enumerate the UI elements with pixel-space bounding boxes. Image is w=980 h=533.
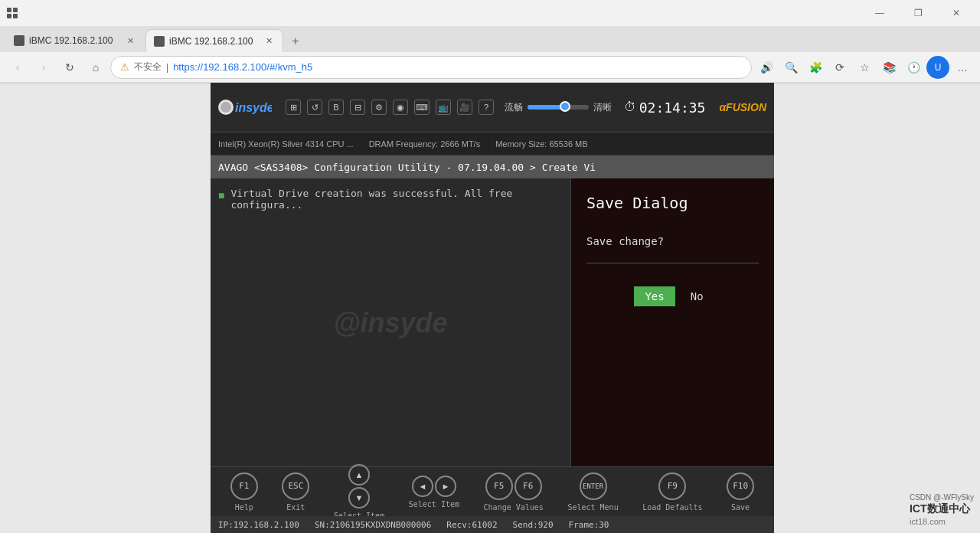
fn-key-arrows-lr-label: Select Item bbox=[409, 500, 459, 508]
fn-key-f1-label: Help bbox=[235, 503, 253, 512]
fn-key-f1[interactable]: F1 Help bbox=[230, 473, 258, 512]
close-button[interactable]: ✕ bbox=[939, 0, 974, 26]
svg-rect-3 bbox=[13, 14, 18, 18]
fn-key-f9-circle: F9 bbox=[658, 473, 686, 500]
page-watermark: CSDN @-WFlySky ICT数通中心 ict18.com bbox=[910, 492, 974, 527]
browser-chrome: — ❐ ✕ iBMC 192.168.2.100 ✕ iBMC 192.168.… bbox=[0, 0, 980, 83]
collections-button[interactable]: 📚 bbox=[877, 56, 900, 79]
tool-icon-6[interactable]: ◉ bbox=[393, 100, 408, 115]
tool-icon-10[interactable]: ? bbox=[479, 100, 494, 115]
favorites-button[interactable]: ☆ bbox=[853, 56, 876, 79]
address-bar[interactable]: ⚠ 不安全 | https://192.168.2.100/#/kvm_h5 bbox=[110, 56, 752, 79]
fn-key-f10-label: Save bbox=[731, 503, 750, 512]
tab-close-2[interactable]: ✕ bbox=[263, 35, 275, 47]
back-button[interactable]: ‹ bbox=[6, 56, 29, 79]
tool-icon-9[interactable]: 🎥 bbox=[457, 100, 472, 115]
history-button[interactable]: 🕐 bbox=[902, 56, 925, 79]
fn-key-f10[interactable]: F10 Save bbox=[727, 473, 754, 512]
sync-button[interactable]: ⟳ bbox=[828, 56, 851, 79]
forward-button[interactable]: › bbox=[32, 56, 55, 79]
kvm-logo: insyde bbox=[218, 96, 272, 118]
cpu-info: Intel(R) Xeon(R) Silver 4314 CPU ... bbox=[218, 139, 354, 149]
home-button[interactable]: ⌂ bbox=[84, 56, 107, 79]
fusion-logo-section: αFUSION bbox=[719, 100, 766, 114]
minimize-button[interactable]: — bbox=[862, 0, 897, 26]
read-aloud-button[interactable]: 🔊 bbox=[755, 56, 778, 79]
svg-text:insyde: insyde bbox=[235, 101, 272, 114]
fn-key-arrows-lr[interactable]: ◄ ► Select Item bbox=[409, 476, 459, 508]
tool-icon-1[interactable]: ⊞ bbox=[286, 100, 301, 115]
fn-key-enter-circle: ENTER bbox=[580, 473, 607, 500]
fn-key-f10-circle: F10 bbox=[727, 473, 754, 500]
bios-content: ■ Virtual Drive creation was successful.… bbox=[211, 178, 570, 220]
fn-key-f9[interactable]: F9 Load Defaults bbox=[642, 473, 702, 512]
fn-key-esc[interactable]: ESC Exit bbox=[282, 473, 309, 512]
timer-section: ⏱ 02:14:35 bbox=[624, 100, 706, 116]
warning-icon: ⚠ bbox=[120, 61, 129, 73]
fn-key-arrows-ud[interactable]: ▲ ▼ Select Item bbox=[334, 464, 384, 520]
search-button[interactable]: 🔍 bbox=[779, 56, 802, 79]
dialog-yes-button[interactable]: Yes bbox=[634, 286, 675, 306]
title-bar: — ❐ ✕ bbox=[0, 0, 980, 26]
new-tab-button[interactable]: + bbox=[285, 31, 306, 52]
fn-key-f5-circle: F5 bbox=[485, 473, 513, 500]
separator: | bbox=[166, 62, 168, 73]
status-send: Send:920 bbox=[513, 520, 554, 530]
extensions-button[interactable]: 🧩 bbox=[804, 56, 827, 79]
right-arrow[interactable]: ► bbox=[435, 476, 456, 497]
tool-icon-8[interactable]: 📺 bbox=[436, 100, 451, 115]
tool-icon-7[interactable]: ⌨ bbox=[414, 100, 430, 115]
timer-display: 02:14:35 bbox=[639, 100, 706, 116]
dialog-title: Save Dialog bbox=[586, 194, 759, 212]
tab-2[interactable]: iBMC 192.168.2.100 ✕ bbox=[145, 29, 283, 52]
quality-slider[interactable] bbox=[528, 105, 589, 110]
tab-close-1[interactable]: ✕ bbox=[124, 34, 136, 47]
memory-info: Memory Size: 65536 MB bbox=[495, 139, 587, 149]
dialog-no-button[interactable]: No bbox=[683, 286, 711, 306]
status-recv: Recv:61002 bbox=[446, 520, 497, 530]
tab-title-2: iBMC 192.168.2.100 bbox=[169, 36, 258, 47]
fn-key-f6-circle: F6 bbox=[514, 473, 542, 500]
status-ip: IP:192.168.2.100 bbox=[218, 520, 299, 530]
bios-title-bar: AVAGO <SAS3408> Configuration Utility - … bbox=[211, 155, 774, 178]
tool-icon-5[interactable]: ⚙ bbox=[371, 100, 387, 115]
insecure-label: 不安全 bbox=[134, 60, 162, 74]
window-controls: — ❐ ✕ bbox=[862, 0, 974, 26]
tool-icon-4[interactable]: ⊟ bbox=[350, 100, 365, 115]
nav-actions: 🔊 🔍 🧩 ⟳ ☆ 📚 🕐 U … bbox=[755, 56, 974, 79]
tab-bar: iBMC 192.168.2.100 ✕ iBMC 192.168.2.100 … bbox=[0, 26, 980, 52]
fn-key-f5f6[interactable]: F5 F6 Change Values bbox=[484, 473, 544, 512]
status-sn: SN:2106195KXDXDNB000006 bbox=[315, 520, 431, 530]
status-frame: Frame:30 bbox=[569, 520, 609, 530]
svg-rect-1 bbox=[13, 8, 18, 12]
quality-slider-section: 流畅 清晰 bbox=[505, 101, 612, 114]
kvm-toolbar: insyde ⊞ ↺ B ⊟ ⚙ ◉ ⌨ 📺 🎥 ? 流畅 清晰 ⏱ 02:14… bbox=[211, 83, 774, 132]
profile-button[interactable]: U bbox=[926, 56, 949, 79]
settings-button[interactable]: … bbox=[951, 56, 974, 79]
fusion-logo: αFUSION bbox=[719, 101, 766, 113]
kvm-left-panel: ■ Virtual Drive creation was successful.… bbox=[211, 178, 570, 468]
fn-key-f5f6-label: Change Values bbox=[484, 503, 544, 512]
timer-icon: ⏱ bbox=[624, 100, 636, 114]
tab-1[interactable]: iBMC 192.168.2.100 ✕ bbox=[6, 29, 144, 52]
tool-icon-3[interactable]: B bbox=[328, 100, 344, 115]
dialog-buttons: Yes No bbox=[586, 286, 759, 306]
title-bar-left bbox=[6, 7, 18, 19]
tool-icon-2[interactable]: ↺ bbox=[307, 100, 322, 115]
bios-status-text: Virtual Drive creation was successful. A… bbox=[230, 188, 563, 211]
bios-title: AVAGO <SAS3408> Configuration Utility - … bbox=[218, 162, 596, 173]
nav-bar: ‹ › ↻ ⌂ ⚠ 不安全 | https://192.168.2.100/#/… bbox=[0, 52, 980, 83]
up-arrow[interactable]: ▲ bbox=[348, 464, 370, 486]
refresh-button[interactable]: ↻ bbox=[58, 56, 81, 79]
dialog-question: Save change? bbox=[586, 235, 759, 247]
fn-key-enter[interactable]: ENTER Select Menu bbox=[567, 473, 618, 512]
fn-key-f9-label: Load Defaults bbox=[642, 503, 702, 512]
left-arrow[interactable]: ◄ bbox=[412, 476, 433, 497]
svg-point-5 bbox=[220, 102, 231, 113]
dram-info: DRAM Frequency: 2666 MT/s bbox=[369, 139, 481, 149]
tab-favicon-2 bbox=[154, 36, 165, 47]
fn-key-esc-circle: ESC bbox=[282, 473, 309, 500]
save-dialog: Save Dialog Save change? Yes No bbox=[570, 178, 774, 468]
down-arrow[interactable]: ▼ bbox=[348, 487, 370, 508]
maximize-button[interactable]: ❐ bbox=[900, 0, 936, 26]
